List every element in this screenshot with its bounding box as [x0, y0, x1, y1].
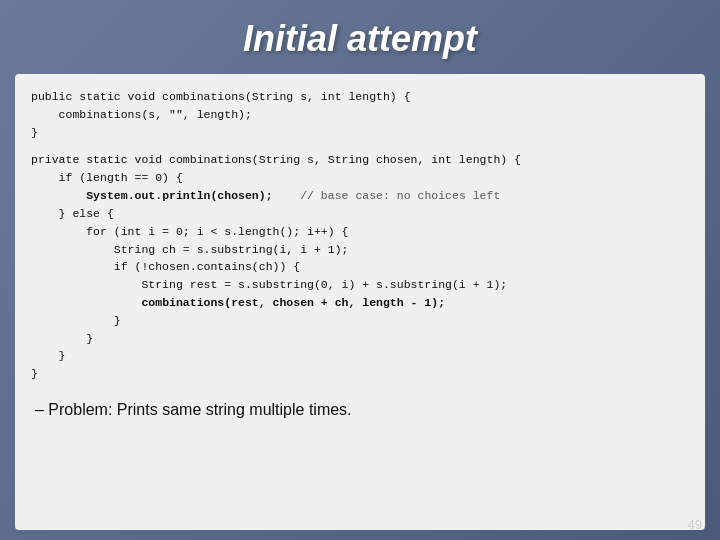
code-else-block: } else { for (int i = 0; i < s.length();… — [31, 207, 507, 309]
problem-text: – Problem: Prints same string multiple t… — [31, 401, 689, 419]
code-recursive-call: combinations(rest, chosen + ch, length -… — [141, 296, 445, 309]
slide-title: Initial attempt — [243, 18, 477, 59]
content-area: public static void combinations(String s… — [15, 74, 705, 530]
title-bar: Initial attempt — [0, 0, 720, 74]
code-comment: // base case: no choices left — [273, 189, 501, 202]
spacer — [31, 383, 689, 391]
code-line-1: public static void combinations(String s… — [31, 90, 411, 139]
code-private: private static void combinations(String … — [31, 151, 689, 383]
page-number: 49 — [688, 517, 702, 532]
code-closing-braces: } } } } — [31, 314, 121, 380]
code-println: System.out.println(chosen); — [86, 189, 272, 202]
code-public: public static void combinations(String s… — [31, 88, 689, 141]
slide: Initial attempt public static void combi… — [0, 0, 720, 540]
